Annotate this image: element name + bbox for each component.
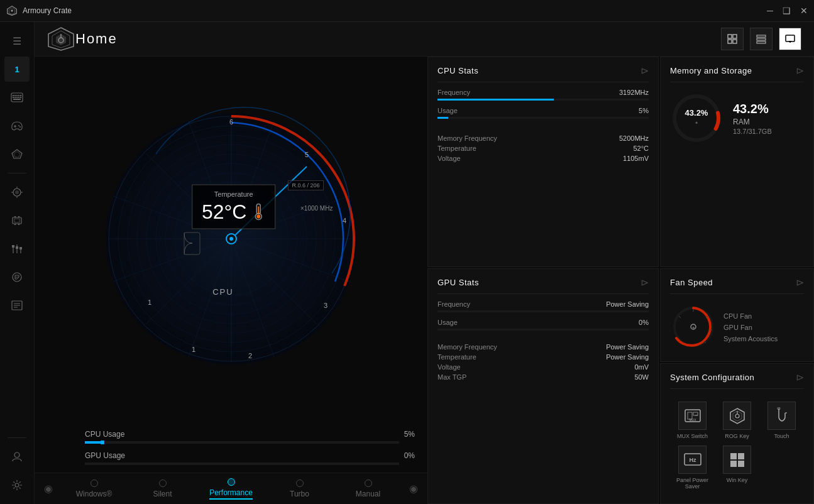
cpu-usage-row: CPU Usage 5%: [85, 430, 415, 444]
cpu-frequency-fill: [437, 99, 554, 101]
sidebar-item-rog[interactable]: [4, 141, 30, 167]
memory-header: Memory and Storage ⊳: [670, 65, 804, 82]
gpu-temp-value: Power Saving: [606, 353, 649, 361]
config-item-win-key[interactable]: Win Key: [718, 446, 756, 490]
config-item-mux[interactable]: MUX MUX Switch: [673, 402, 712, 439]
sidebar-item-hardware[interactable]: [4, 208, 30, 233]
sidebar-item-profile[interactable]: 1: [4, 57, 30, 82]
svg-rect-50: [728, 40, 732, 43]
cpu-mem-freq-label: Memory Frequency: [437, 134, 497, 142]
maximize-button[interactable]: ❑: [783, 6, 791, 15]
header-right: [721, 28, 801, 50]
sidebar-item-settings[interactable]: [4, 473, 30, 498]
fan-gauge-svg: +: [670, 304, 717, 351]
view-btn-grid[interactable]: [721, 28, 744, 50]
config-item-touch[interactable]: Touch: [762, 402, 801, 439]
sidebar-divider-2: [8, 437, 26, 438]
gpu-usage-row: GPU Usage 0%: [85, 451, 415, 465]
svg-rect-11: [16, 97, 18, 98]
svg-rect-25: [18, 216, 19, 217]
perf-scroll-left[interactable]: ◉: [44, 483, 53, 495]
system-config-expand[interactable]: ⊳: [796, 371, 804, 383]
perf-dot-windows: [91, 479, 98, 487]
fan-gauge: +: [670, 304, 717, 351]
gpu-stats-expand[interactable]: ⊳: [641, 277, 649, 288]
svg-rect-4: [13, 95, 14, 96]
cpu-stats-card: CPU Stats ⊳ Frequency 3192MHz Usage 5: [427, 57, 659, 267]
bottom-stats: CPU Usage 5% GPU Usage 0%: [35, 420, 427, 473]
perf-scroll-right[interactable]: ◉: [409, 483, 418, 495]
perf-mode-performance[interactable]: Performance: [197, 478, 265, 500]
perf-mode-windows[interactable]: Windows®: [60, 479, 128, 498]
svg-rect-5: [14, 95, 16, 96]
svg-rect-122: [738, 453, 744, 459]
config-item-panel-power[interactable]: Hz Panel Power Saver: [673, 446, 712, 490]
config-item-rog-key[interactable]: ROG Key: [718, 402, 756, 439]
gauge-container: 6 5 4 3 2 1 1 ×1000 MHz: [99, 107, 363, 371]
svg-rect-52: [757, 35, 766, 37]
memory-expand[interactable]: ⊳: [796, 65, 804, 77]
title-bar: Armoury Crate ─ ❑ ✕: [0, 0, 814, 22]
fan-option-acoustics[interactable]: System Acoustics: [723, 335, 778, 342]
svg-point-96: [674, 96, 718, 140]
perf-mode-silent[interactable]: Silent: [128, 479, 197, 498]
gpu-mem-freq-row: Memory Frequency Power Saving: [437, 343, 649, 351]
cpu-usage-stat-fill: [437, 117, 448, 119]
svg-point-95: [256, 214, 260, 218]
fan-option-gpu[interactable]: GPU Fan: [723, 324, 778, 331]
cpu-usage-header: CPU Usage 5%: [85, 430, 415, 439]
memory-content: 43.2% + 43.2% RAM 13.7/31.7GB: [670, 89, 804, 145]
cpu-usage-stat-bar: [437, 117, 649, 119]
cpu-frequency-value: 3192MHz: [619, 89, 649, 96]
gpu-usage-value: 0%: [404, 451, 415, 460]
sidebar-item-deals[interactable]: [4, 265, 30, 290]
sidebar-item-news[interactable]: [4, 293, 30, 318]
svg-rect-54: [757, 41, 766, 43]
sidebar-item-game[interactable]: [4, 113, 30, 138]
content-area: Home: [35, 22, 814, 504]
gpu-temp-row: Temperature Power Saving: [437, 353, 649, 361]
sidebar-item-aura[interactable]: [4, 180, 30, 205]
sidebar-item-tuning[interactable]: [4, 236, 30, 261]
fan-speed-expand[interactable]: ⊳: [796, 277, 804, 288]
svg-point-18: [19, 126, 21, 128]
cpu-temp-label: Temperature: [202, 190, 266, 198]
window-controls: ─ ❑ ✕: [767, 6, 808, 15]
perf-label-windows: Windows®: [76, 490, 113, 498]
minimize-button[interactable]: ─: [767, 6, 773, 15]
cpu-temp-box: Temperature 52°C: [192, 185, 276, 229]
perf-mode-manual[interactable]: Manual: [334, 479, 402, 498]
fan-speed-title: Fan Speed: [670, 278, 713, 287]
svg-rect-28: [14, 219, 19, 222]
sidebar-item-user[interactable]: [4, 444, 30, 469]
perf-mode-turbo[interactable]: Turbo: [265, 479, 334, 498]
svg-rect-13: [20, 97, 21, 98]
gauge-value: R.0.6 / 206: [288, 180, 323, 190]
view-btn-device[interactable]: [779, 28, 801, 50]
cpu-stats-expand[interactable]: ⊳: [641, 65, 649, 77]
sidebar-item-menu[interactable]: ☰: [4, 28, 30, 53]
rog-key-label: ROG Key: [725, 433, 749, 439]
svg-text:1: 1: [191, 346, 195, 353]
main-area: 6 5 4 3 2 1 1 ×1000 MHz: [35, 57, 814, 504]
system-config-header: System Configuration ⊳: [670, 371, 804, 389]
svg-point-42: [15, 483, 19, 487]
svg-line-107: [679, 316, 681, 318]
cpu-usage-bar: [85, 441, 399, 444]
cpu-usage-marker: [101, 441, 104, 444]
close-button[interactable]: ✕: [800, 6, 808, 15]
cpu-stats-header: CPU Stats ⊳: [437, 65, 649, 82]
svg-text:4: 4: [342, 217, 346, 224]
gpu-usage-header: GPU Usage 0%: [85, 451, 415, 460]
view-btn-list[interactable]: [750, 28, 773, 50]
svg-rect-110: [693, 412, 698, 415]
fan-option-cpu[interactable]: CPU Fan: [723, 312, 778, 320]
svg-rect-123: [730, 461, 737, 467]
svg-point-2: [11, 9, 13, 12]
gpu-voltage-value: 0mV: [634, 363, 649, 371]
svg-rect-23: [13, 217, 21, 224]
gauge-svg: 6 5 4 3 2 1 1 ×1000 MHz: [99, 107, 363, 371]
memory-detail-label: 13.7/31.7GB: [733, 128, 772, 135]
cpu-voltage-value: 1105mV: [623, 155, 649, 162]
sidebar-item-keyboard[interactable]: [4, 85, 30, 110]
